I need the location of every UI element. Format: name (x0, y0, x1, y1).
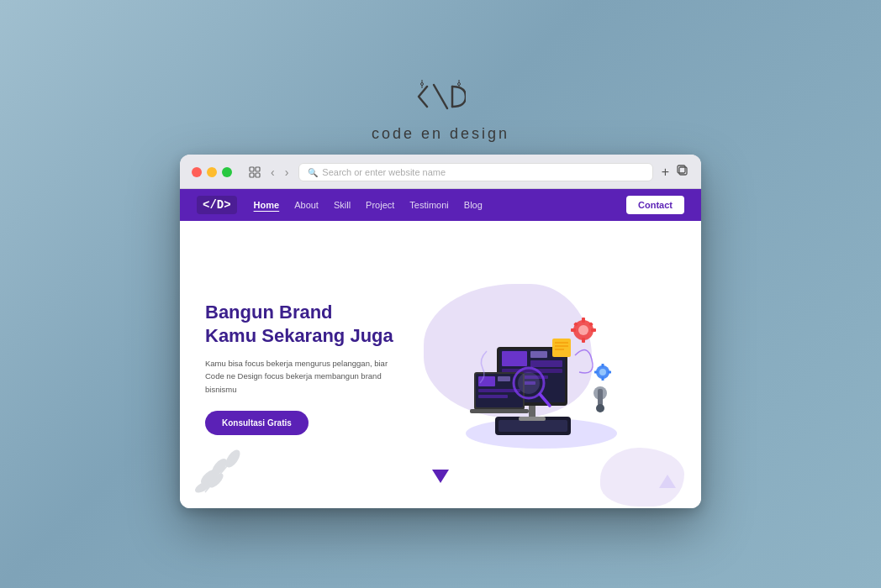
hero-section: Bangun Brand Kamu Sekarang Juga Kamu bis… (180, 221, 701, 507)
svg-point-56 (596, 404, 604, 412)
hero-description: Kamu bisa focus bekerja mengurus pelangg… (205, 357, 407, 396)
svg-rect-21 (530, 351, 547, 358)
leaf-decoration (193, 435, 268, 502)
nav-link-home[interactable]: Home (254, 200, 280, 210)
svg-rect-20 (502, 351, 527, 366)
back-button[interactable]: ‹ (269, 165, 277, 179)
svg-point-46 (599, 369, 606, 375)
svg-rect-22 (530, 360, 562, 367)
traffic-light-yellow[interactable] (207, 167, 217, 177)
svg-line-0 (434, 85, 447, 108)
scroll-indicator (432, 470, 449, 483)
duplicate-tab-button[interactable] (676, 164, 689, 181)
svg-rect-40 (582, 338, 585, 343)
svg-point-1 (420, 83, 423, 86)
browser-controls: ‹ › (247, 165, 290, 180)
svg-rect-55 (598, 389, 603, 406)
svg-rect-17 (519, 417, 546, 421)
nav-link-skill[interactable]: Skill (334, 200, 351, 210)
svg-rect-50 (594, 371, 598, 374)
svg-rect-15 (499, 420, 567, 432)
computer-illustration (445, 284, 638, 452)
website-content: </D> Home About Skill Project Testimoni … (180, 189, 701, 508)
svg-rect-8 (256, 167, 260, 171)
traffic-light-green[interactable] (222, 167, 232, 177)
forward-button[interactable]: › (283, 165, 291, 179)
hero-text: Bangun Brand Kamu Sekarang Juga Kamu bis… (205, 301, 407, 435)
svg-rect-48 (602, 377, 604, 381)
svg-rect-41 (591, 328, 596, 332)
nav-link-project[interactable]: Project (366, 200, 394, 210)
svg-rect-26 (552, 339, 571, 357)
hero-illustration (407, 267, 676, 469)
hero-title: Bangun Brand Kamu Sekarang Juga (205, 301, 407, 347)
svg-rect-10 (256, 173, 260, 177)
svg-rect-36 (478, 395, 508, 398)
nav-link-blog[interactable]: Blog (464, 200, 483, 210)
svg-rect-7 (250, 167, 254, 171)
svg-rect-47 (602, 364, 604, 367)
browser-window: ‹ › 🔍 Search or enter website name + </D… (180, 155, 701, 508)
nav-link-testimoni[interactable]: Testimoni (409, 200, 448, 210)
svg-rect-9 (250, 173, 254, 177)
nav-links: Home About Skill Project Testimoni Blog (254, 200, 626, 210)
cta-button[interactable]: Konsultasi Gratis (205, 411, 309, 435)
svg-rect-42 (571, 328, 576, 332)
nav-link-about[interactable]: About (294, 200, 319, 210)
top-brand: code en design (372, 80, 509, 143)
browser-chrome: ‹ › 🔍 Search or enter website name + (180, 155, 701, 189)
contact-button[interactable]: Contact (626, 196, 684, 214)
brand-name: code en design (372, 125, 509, 143)
deco-blob-right (600, 448, 684, 507)
browser-actions: + (662, 164, 689, 181)
traffic-lights (192, 167, 232, 177)
svg-rect-32 (470, 409, 529, 413)
svg-point-38 (578, 325, 588, 335)
svg-rect-49 (608, 371, 611, 374)
svg-rect-34 (498, 376, 510, 381)
search-icon: 🔍 (308, 168, 318, 177)
svg-point-2 (457, 83, 460, 86)
traffic-light-red[interactable] (192, 167, 202, 177)
svg-rect-39 (582, 318, 585, 323)
site-logo: </D> (197, 196, 237, 214)
tab-manager-icon[interactable] (247, 165, 262, 180)
address-bar[interactable]: 🔍 Search or enter website name (298, 163, 652, 181)
site-navbar: </D> Home About Skill Project Testimoni … (180, 189, 701, 221)
address-bar-text: Search or enter website name (322, 167, 446, 177)
new-tab-button[interactable]: + (662, 165, 669, 180)
svg-point-52 (518, 372, 540, 394)
brand-logo-icon (415, 80, 466, 117)
